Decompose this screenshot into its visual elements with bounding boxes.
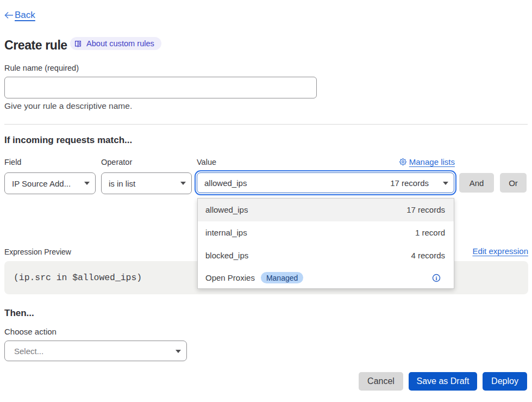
svg-text:i: i [436,275,437,281]
